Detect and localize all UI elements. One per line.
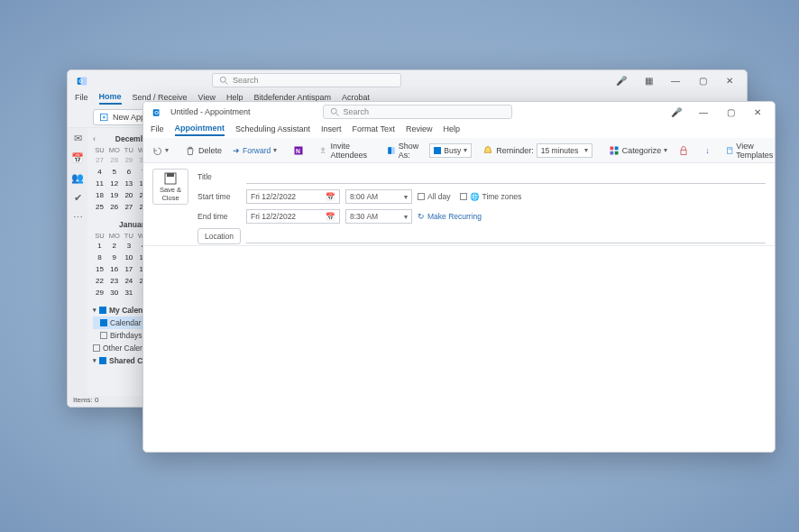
menu-insert[interactable]: Insert <box>321 124 342 135</box>
titlebar: O Search 🎤 ▦ — ▢ ✕ <box>68 70 747 90</box>
location-button[interactable]: Location <box>197 228 241 244</box>
svg-text:N: N <box>296 148 300 154</box>
rail-mail-icon[interactable]: ✉ <box>71 132 84 144</box>
trash-icon <box>185 145 196 156</box>
end-time-label: End time <box>197 212 241 221</box>
close-button[interactable]: ✕ <box>744 102 771 122</box>
people-icon <box>320 145 327 156</box>
onenote-icon: N <box>293 145 304 156</box>
maximize-button[interactable]: ▢ <box>717 102 744 122</box>
view-templates-button[interactable]: View Templates <box>723 142 776 160</box>
svg-rect-16 <box>388 147 391 154</box>
svg-rect-25 <box>167 173 174 177</box>
title-input[interactable] <box>246 170 766 184</box>
reminder-dropdown[interactable]: Reminder: 15 minutes▾ <box>480 143 595 158</box>
categorize-button[interactable]: Categorize▾ <box>606 145 671 156</box>
start-time-label: Start time <box>197 192 241 201</box>
svg-text:O: O <box>154 110 159 115</box>
calendar-icon: 📅 <box>326 212 335 221</box>
calendar-add-icon <box>99 112 110 123</box>
start-time-input[interactable]: 8:00 AM▾ <box>345 189 412 204</box>
menu-file[interactable]: File <box>75 93 88 104</box>
menu-scheduling-assistant[interactable]: Scheduling Assistant <box>235 124 310 135</box>
menu-review[interactable]: Review <box>406 124 433 135</box>
rail-calendar-icon[interactable]: 📅 <box>71 151 84 164</box>
menu-file[interactable]: File <box>151 124 164 135</box>
svg-line-4 <box>225 82 228 85</box>
svg-line-11 <box>335 114 338 116</box>
menubar: FileAppointmentScheduling AssistantInser… <box>143 122 775 138</box>
search-input[interactable]: Search <box>323 105 512 119</box>
lock-icon <box>678 145 689 156</box>
svg-rect-21 <box>681 150 686 154</box>
rail-people-icon[interactable]: 👥 <box>71 171 84 184</box>
mic-icon[interactable]: 🎤 <box>663 102 690 122</box>
svg-rect-20 <box>615 151 619 154</box>
show-as-dropdown[interactable]: Show As: Busy▾ <box>384 142 475 160</box>
menu-format-text[interactable]: Format Text <box>353 124 395 135</box>
rail-more-icon[interactable]: ⋯ <box>71 211 84 224</box>
undo-icon <box>152 145 162 156</box>
title-label: Title <box>197 172 241 181</box>
svg-rect-22 <box>727 147 731 152</box>
menu-appointment[interactable]: Appointment <box>175 124 225 136</box>
svg-rect-17 <box>610 146 613 150</box>
mic-icon[interactable]: 🎤 <box>608 70 635 90</box>
svg-point-3 <box>220 77 225 82</box>
close-button[interactable]: ✕ <box>716 70 743 90</box>
save-close-button[interactable]: Save & Close <box>152 169 188 205</box>
priority-button[interactable]: ↓ <box>703 146 712 155</box>
minimize-button[interactable]: — <box>690 102 717 122</box>
end-time-input[interactable]: 8:30 AM▾ <box>345 209 412 224</box>
menu-help[interactable]: Help <box>443 124 460 135</box>
outlook-icon: O <box>77 74 89 87</box>
grid-icon[interactable]: ▦ <box>635 70 662 90</box>
rail-tasks-icon[interactable]: ✔ <box>71 191 84 204</box>
bell-icon <box>482 145 493 156</box>
all-day-checkbox[interactable]: All day <box>418 192 451 201</box>
invite-attendees-button[interactable]: Invite Attendees <box>317 142 373 160</box>
save-icon <box>163 171 178 186</box>
busy-icon <box>387 145 396 156</box>
outlook-icon: O <box>152 105 165 118</box>
ribbon: ▾ Delete ➜Forward▾ N Invite Attendees Sh… <box>143 138 775 163</box>
delete-button[interactable]: Delete <box>182 145 225 156</box>
globe-icon: 🌐 <box>470 192 480 201</box>
svg-text:O: O <box>78 78 83 84</box>
onenote-button[interactable]: N <box>290 145 307 156</box>
calendar-icon: 📅 <box>326 192 335 201</box>
private-button[interactable] <box>675 145 692 156</box>
start-date-input[interactable]: Fri 12/2/2022📅 <box>246 189 340 204</box>
maximize-button[interactable]: ▢ <box>689 70 716 90</box>
appointment-window: O Untitled - Appointment Search 🎤 — ▢ ✕ … <box>142 101 776 453</box>
appointment-form: Save & Close Title Start time Fri 12/2/2… <box>143 163 775 246</box>
window-title: Untitled - Appointment <box>170 107 251 116</box>
undo-button[interactable]: ▾ <box>149 145 171 156</box>
svg-point-14 <box>322 148 325 151</box>
svg-point-10 <box>331 108 336 114</box>
categorize-icon <box>609 145 620 156</box>
search-icon <box>218 75 229 86</box>
recurring-icon: ↻ <box>418 212 425 221</box>
forward-button[interactable]: ➜Forward▾ <box>230 146 280 155</box>
location-input[interactable] <box>246 229 766 243</box>
time-zones-checkbox[interactable]: 🌐Time zones <box>460 192 522 201</box>
prev-month-button[interactable]: ‹ <box>93 134 96 143</box>
minimize-button[interactable]: — <box>662 70 689 90</box>
menu-home[interactable]: Home <box>99 92 122 105</box>
svg-rect-18 <box>615 146 619 150</box>
template-icon <box>726 145 734 156</box>
titlebar: O Untitled - Appointment Search 🎤 — ▢ ✕ <box>143 102 775 122</box>
navigation-rail: ✉ 📅 👥 ✔ ⋯ <box>68 128 87 408</box>
make-recurring-link[interactable]: ↻Make Recurring <box>418 212 482 221</box>
svg-rect-19 <box>610 151 613 154</box>
search-icon <box>329 106 340 117</box>
search-input[interactable]: Search <box>212 73 401 87</box>
end-date-input[interactable]: Fri 12/2/2022📅 <box>246 209 340 224</box>
